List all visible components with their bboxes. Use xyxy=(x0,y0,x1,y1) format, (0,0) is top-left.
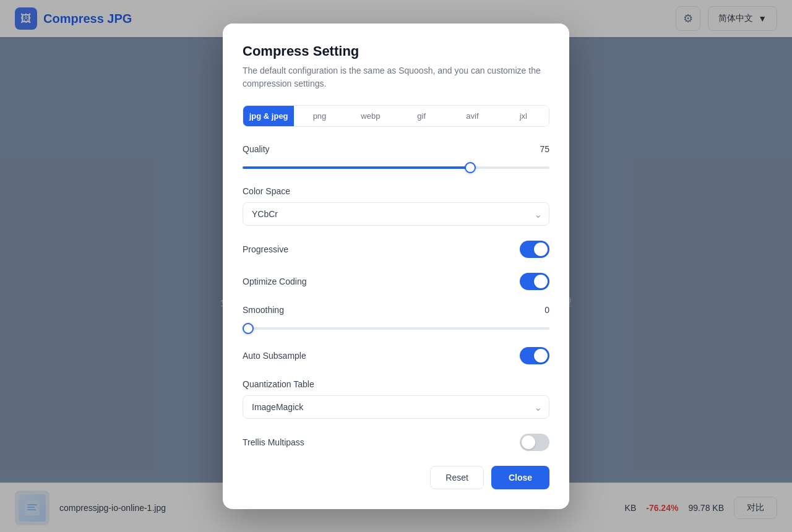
modal-footer: Reset Close xyxy=(243,466,549,489)
modal-title: Compress Setting xyxy=(243,43,549,59)
color-space-label-row: Color Space xyxy=(243,186,549,196)
quantization-select[interactable]: ImageMagick JPEG Standard Flat xyxy=(243,395,549,419)
color-space-section: Color Space YCbCr RGB Grayscale ⌄ xyxy=(243,186,549,226)
quantization-label-row: Quantization Table xyxy=(243,379,549,389)
auto-subsample-row: Auto Subsample xyxy=(243,347,549,364)
format-tabs: jpg & jpeg png webp gif avif jxl xyxy=(243,105,549,127)
optimize-coding-label: Optimize Coding xyxy=(243,277,307,286)
tab-gif[interactable]: gif xyxy=(396,106,447,126)
optimize-coding-row: Optimize Coding xyxy=(243,273,549,290)
trellis-multipass-label: Trellis Multipass xyxy=(243,437,304,447)
smoothing-slider[interactable] xyxy=(243,327,549,330)
smoothing-value: 0 xyxy=(544,305,549,315)
optimize-coding-knob xyxy=(534,275,548,288)
reset-button[interactable]: Reset xyxy=(430,466,484,489)
trellis-multipass-toggle[interactable] xyxy=(520,434,549,451)
quantization-wrapper: ImageMagick JPEG Standard Flat ⌄ xyxy=(243,395,549,419)
auto-subsample-toggle[interactable] xyxy=(520,347,549,364)
close-button[interactable]: Close xyxy=(491,466,549,489)
tab-jpg[interactable]: jpg & jpeg xyxy=(243,106,294,126)
modal-overlay[interactable]: Compress Setting The default configurati… xyxy=(0,0,792,532)
tab-png[interactable]: png xyxy=(294,106,345,126)
auto-subsample-label: Auto Subsample xyxy=(243,351,306,361)
progressive-knob xyxy=(534,242,548,256)
quantization-table-section: Quantization Table ImageMagick JPEG Stan… xyxy=(243,379,549,419)
smoothing-label: Smoothing xyxy=(243,305,284,315)
smoothing-label-row: Smoothing 0 xyxy=(243,305,549,315)
trellis-multipass-knob xyxy=(522,435,535,449)
progressive-toggle[interactable] xyxy=(520,241,549,258)
optimize-coding-toggle[interactable] xyxy=(520,273,549,290)
tab-webp[interactable]: webp xyxy=(345,106,396,126)
trellis-multipass-row: Trellis Multipass xyxy=(243,434,549,451)
tab-jxl[interactable]: jxl xyxy=(498,106,549,126)
color-space-wrapper: YCbCr RGB Grayscale ⌄ xyxy=(243,202,549,226)
quantization-label: Quantization Table xyxy=(243,379,314,389)
quality-label: Quality xyxy=(243,144,270,154)
progressive-row: Progressive xyxy=(243,241,549,258)
progressive-label: Progressive xyxy=(243,244,288,254)
color-space-label: Color Space xyxy=(243,186,290,196)
quality-value: 75 xyxy=(540,144,549,154)
quality-label-row: Quality 75 xyxy=(243,144,549,154)
smoothing-section: Smoothing 0 xyxy=(243,305,549,332)
modal-description: The default configuration is the same as… xyxy=(243,64,549,90)
quality-slider[interactable] xyxy=(243,166,549,169)
color-space-select[interactable]: YCbCr RGB Grayscale xyxy=(243,202,549,226)
quality-section: Quality 75 xyxy=(243,144,549,171)
tab-avif[interactable]: avif xyxy=(447,106,497,126)
auto-subsample-knob xyxy=(534,349,548,363)
compress-settings-modal: Compress Setting The default configurati… xyxy=(223,24,569,509)
